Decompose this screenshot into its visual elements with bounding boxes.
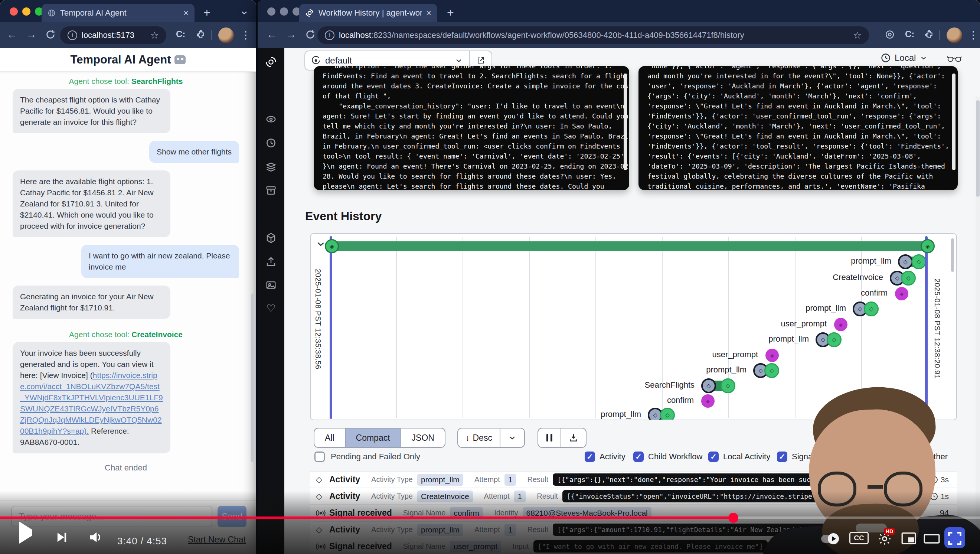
event-table-row[interactable]: Signal receivedSignal NameconfirmIdentit… (310, 505, 957, 522)
timeline-scrollbar[interactable] (951, 239, 954, 272)
extension-c-icon[interactable]: C: (905, 29, 914, 39)
view-tab-compact[interactable]: Compact (345, 428, 401, 447)
pause-updates-button[interactable] (538, 428, 560, 447)
workflow-end-node[interactable]: ◈ (921, 239, 935, 253)
onepassword-extension-icon[interactable] (885, 30, 895, 39)
minimize-window-icon[interactable] (280, 8, 288, 16)
timeline-signal-node[interactable]: ◆ (834, 318, 848, 331)
chat-scrollbar[interactable] (251, 293, 254, 462)
workflow-start-node[interactable]: ◈ (325, 239, 339, 253)
site-info-icon[interactable]: i (325, 30, 334, 40)
checkbox-checked[interactable]: ✓ (708, 452, 719, 462)
event-table-row[interactable]: ◇ActivityActivity Typeprompt_llmAttempt1… (310, 522, 957, 538)
event-id-link[interactable]: 94 (940, 508, 949, 518)
event-table-row[interactable]: ◇ActivityActivity TypeCreateInvoiceAttem… (310, 488, 957, 505)
filter-checkbox-timer[interactable]: ✓Timer (821, 452, 856, 462)
timeline-completed-node[interactable]: ◇ (901, 271, 916, 285)
extensions-puzzle-icon[interactable] (196, 30, 206, 39)
checkbox-checked[interactable]: ✓ (585, 452, 595, 462)
invoice-link[interactable]: https://invoice.stripe.com/i/acct_1NBOLu… (20, 371, 163, 435)
open-namespace-external-icon[interactable] (470, 56, 492, 65)
view-tab-all[interactable]: All (314, 428, 345, 447)
message-input[interactable] (11, 506, 212, 527)
site-info-icon[interactable]: i (68, 30, 77, 40)
checkbox-checked[interactable]: ✓ (912, 452, 923, 462)
nav-nexus-icon[interactable] (266, 232, 277, 244)
page-scrollbar-track[interactable] (975, 97, 980, 554)
nav-batch-icon[interactable] (266, 161, 277, 172)
event-id-link[interactable]: 106 (911, 475, 925, 485)
event-table-row[interactable]: Signal receivedSignal Nameuser_promptInp… (310, 538, 957, 554)
code-scrollbar[interactable] (952, 73, 956, 170)
browser-menu-kebab-icon[interactable]: ⋮ (968, 29, 978, 41)
traffic-lights[interactable] (267, 8, 301, 16)
timeline-completed-node[interactable]: ◇ (827, 332, 842, 347)
checkbox-checked[interactable]: ✓ (821, 452, 832, 462)
download-history-button[interactable] (561, 428, 586, 447)
event-id-link[interactable]: 100 (911, 492, 925, 501)
filter-checkbox-signal[interactable]: ✓Signal (777, 452, 815, 462)
checkbox-checked[interactable]: ✓ (633, 452, 644, 462)
timeline-signal-node[interactable]: ◆ (895, 287, 908, 300)
timeline-completed-node[interactable]: ◇ (660, 408, 675, 420)
tab-temporal-ai-agent[interactable]: Temporal AI Agent × (41, 4, 194, 22)
code-scrollbar[interactable] (624, 73, 627, 170)
timeline-signal-node[interactable]: ◆ (701, 394, 714, 408)
back-icon[interactable]: ← (7, 29, 17, 40)
bookmark-star-icon[interactable]: ☆ (150, 30, 159, 41)
forward-icon[interactable]: → (286, 29, 296, 40)
labs-glasses-icon[interactable] (947, 54, 961, 65)
nav-archive-icon[interactable] (266, 185, 277, 196)
timezone-select[interactable]: Local (880, 53, 928, 63)
workflow-input-code-panel[interactable]: description": "Help the user gather args… (314, 66, 629, 190)
timeline-completed-node[interactable]: ◇ (721, 378, 735, 393)
nav-labs-icon[interactable]: ♡ (266, 304, 277, 315)
view-tab-json[interactable]: JSON (401, 428, 445, 447)
new-tab-button[interactable]: + (447, 7, 454, 19)
event-table-row[interactable]: ◇ActivityActivity Typeprompt_llmAttempt1… (310, 471, 957, 488)
filter-checkbox-local-activity[interactable]: ✓Local Activity (708, 452, 770, 462)
traffic-lights[interactable] (10, 8, 43, 16)
timeline-completed-node[interactable]: ◇ (864, 301, 879, 316)
new-tab-button[interactable]: + (204, 7, 210, 19)
browser-menu-kebab-icon[interactable]: ⋮ (240, 29, 251, 41)
profile-avatar[interactable] (218, 27, 234, 43)
sort-options-chevron[interactable] (500, 428, 524, 447)
tab-close-icon[interactable]: × (426, 8, 431, 18)
workflow-duration-bar[interactable] (331, 241, 928, 251)
address-bar[interactable]: i localhost:8233/namespaces/default/work… (317, 26, 869, 44)
nav-workflows-icon[interactable] (266, 114, 277, 125)
pending-failed-only-checkbox[interactable]: Pending and Failed Only (314, 452, 420, 462)
timeline-completed-node[interactable]: ◇ (764, 363, 779, 378)
close-window-icon[interactable] (267, 8, 275, 16)
timeline-completed-node[interactable]: ◇ (911, 254, 926, 269)
reload-icon[interactable] (45, 29, 56, 40)
extensions-puzzle-icon[interactable] (924, 30, 934, 39)
reload-icon[interactable] (305, 29, 315, 40)
temporal-logo-icon[interactable] (266, 56, 277, 68)
nav-schedules-icon[interactable] (266, 137, 277, 148)
event-id-link[interactable]: 99 (898, 492, 907, 501)
tab-workflow-history[interactable]: Workflow History | agent-wor × (299, 4, 437, 22)
checkbox-unchecked[interactable] (314, 452, 325, 462)
close-window-icon[interactable] (10, 8, 18, 16)
nav-feedback-icon[interactable] (266, 280, 277, 291)
filter-checkbox-activity[interactable]: ✓Activity (585, 452, 625, 462)
address-bar[interactable]: i localhost:5173 ☆ (60, 26, 166, 44)
forward-icon[interactable]: → (26, 29, 37, 40)
timeline-signal-node[interactable]: ◆ (765, 349, 779, 362)
timeline-scheduled-node[interactable]: ◇ (701, 378, 716, 393)
profile-avatar[interactable] (947, 27, 962, 43)
minimize-window-icon[interactable] (22, 8, 30, 16)
start-new-chat-link[interactable]: Start New Chat (188, 535, 246, 545)
tab-search-chevron-icon[interactable] (240, 8, 249, 17)
back-icon[interactable]: ← (267, 29, 277, 40)
timeline-scheduled-node[interactable]: ◇ (898, 254, 913, 269)
filter-checkbox-other[interactable]: ✓Other (912, 452, 948, 462)
event-id-link[interactable]: 105 (893, 475, 907, 485)
nav-import-icon[interactable] (266, 256, 277, 267)
tab-close-icon[interactable]: × (183, 8, 189, 18)
checkbox-checked[interactable]: ✓ (777, 452, 788, 462)
page-scrollbar-thumb[interactable] (976, 100, 980, 197)
bookmark-star-icon[interactable]: ☆ (853, 30, 862, 41)
